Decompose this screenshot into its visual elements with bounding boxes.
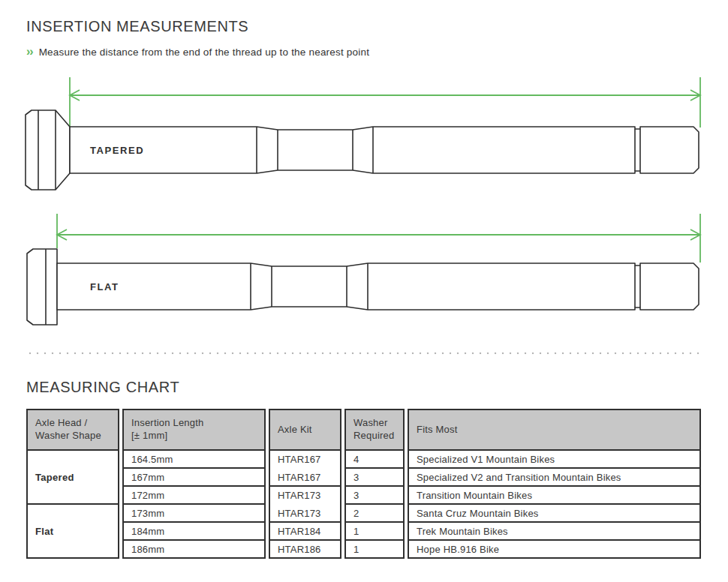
cell-washer-count: 3 [346, 467, 403, 485]
page: INSERTION MEASUREMENTS ›› Measure the di… [0, 0, 728, 582]
column-fits-most: Fits Most Specialized V1 Mountain Bikes … [408, 409, 701, 559]
cell-insertion-length: 173mm [124, 503, 264, 521]
cell-axle-kit: HTAR186 [270, 539, 340, 557]
flat-axle-head [27, 249, 57, 325]
cell-insertion-length: 172mm [124, 485, 264, 503]
instruction-line: ›› Measure the distance from the end of … [26, 46, 369, 58]
insertion-diagram: TAPERED FLAT [0, 68, 728, 345]
cell-axle-kit: HTAR167 [270, 467, 340, 485]
column-header-fits-most: Fits Most [409, 410, 699, 449]
cell-washer-count: 1 [346, 539, 403, 557]
column-header-axle-kit: Axle Kit [270, 410, 340, 449]
cell-insertion-length: 164.5mm [124, 449, 264, 467]
cell-insertion-length: 186mm [124, 539, 264, 557]
cell-washer-count: 4 [346, 449, 403, 467]
cell-washer-count: 2 [346, 503, 403, 521]
cell-fits-most: Hope HB.916 Bike [409, 539, 699, 557]
group-cell-flat: Flat [28, 503, 118, 557]
double-chevron-icon: ›› [26, 46, 33, 58]
column-washer-required: Washer Required 4 3 3 2 1 1 [344, 409, 405, 559]
axle-label-flat: FLAT [90, 281, 119, 292]
column-header-washer-required: Washer Required [346, 410, 403, 449]
cell-fits-most: Transition Mountain Bikes [409, 485, 699, 503]
column-header-axle-head: Axle Head / Washer Shape [28, 410, 118, 449]
flat-axle-drawing [27, 249, 699, 325]
column-axle-head: Axle Head / Washer Shape Tapered Flat [26, 409, 119, 559]
cell-fits-most: Santa Cruz Mountain Bikes [409, 503, 699, 521]
cell-insertion-length: 167mm [124, 467, 264, 485]
cell-fits-most: Specialized V1 Mountain Bikes [409, 449, 699, 467]
flat-axle-shaft [57, 263, 699, 310]
column-header-insertion-length: Insertion Length [± 1mm] [124, 410, 264, 449]
column-insertion-length: Insertion Length [± 1mm] 164.5mm 167mm 1… [122, 409, 266, 559]
cell-axle-kit: HTAR173 [270, 503, 340, 521]
tapered-axle-shaft [70, 127, 699, 173]
tapered-axle-head [26, 110, 70, 190]
section-title-measuring-chart: MEASURING CHART [26, 379, 179, 396]
cell-axle-kit: HTAR173 [270, 485, 340, 503]
cell-insertion-length: 184mm [124, 521, 264, 539]
measurement-arrow-tapered [70, 77, 700, 128]
axle-label-tapered: TAPERED [90, 145, 144, 156]
cell-axle-kit: HTAR167 [270, 449, 340, 467]
dotted-divider [26, 352, 702, 355]
measurement-arrow-flat [57, 214, 700, 262]
column-axle-kit: Axle Kit HTAR167 HTAR167 HTAR173 HTAR173… [269, 409, 341, 559]
section-title-insertion-measurements: INSERTION MEASUREMENTS [26, 18, 248, 35]
cell-washer-count: 1 [346, 521, 403, 539]
measuring-chart-table: Axle Head / Washer Shape Tapered Flat In… [26, 409, 702, 559]
group-cell-tapered: Tapered [28, 449, 118, 503]
cell-washer-count: 3 [346, 485, 403, 503]
cell-fits-most: Trek Mountain Bikes [409, 521, 699, 539]
cell-axle-kit: HTAR184 [270, 521, 340, 539]
instruction-text: Measure the distance from the end of the… [39, 46, 369, 58]
cell-fits-most: Specialized V2 and Transition Mountain B… [409, 467, 699, 485]
